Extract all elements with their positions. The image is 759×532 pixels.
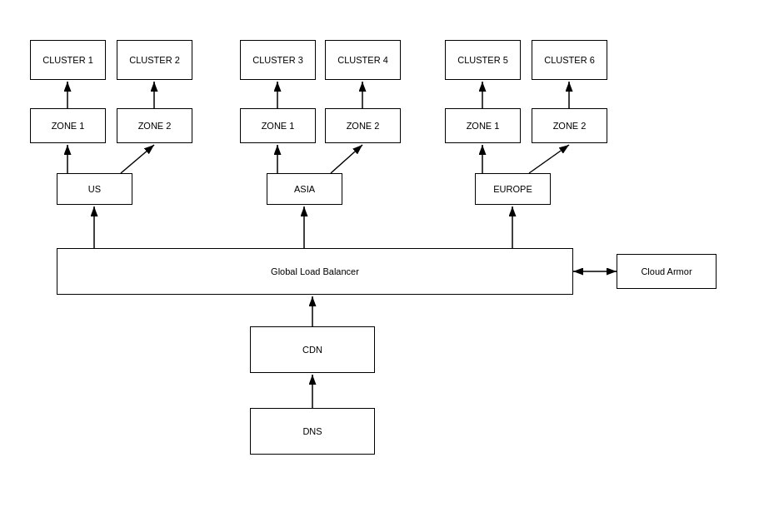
- zone1-us-box: ZONE 1: [30, 108, 106, 143]
- asia-box: ASIA: [267, 173, 342, 205]
- zone2-us-box: ZONE 2: [117, 108, 192, 143]
- us-box: US: [57, 173, 132, 205]
- architecture-diagram: CLUSTER 1 CLUSTER 2 CLUSTER 3 CLUSTER 4 …: [0, 0, 759, 532]
- cloud-armor-box: Cloud Armor: [617, 254, 717, 289]
- cluster4-box: CLUSTER 4: [325, 40, 401, 80]
- cdn-box: CDN: [250, 326, 375, 373]
- svg-line-6: [121, 145, 154, 173]
- zone2-asia-box: ZONE 2: [325, 108, 401, 143]
- zone1-asia-box: ZONE 1: [240, 108, 316, 143]
- europe-box: EUROPE: [475, 173, 551, 205]
- cluster5-box: CLUSTER 5: [445, 40, 521, 80]
- cluster1-box: CLUSTER 1: [30, 40, 106, 80]
- zone2-eu-box: ZONE 2: [532, 108, 607, 143]
- cluster3-box: CLUSTER 3: [240, 40, 316, 80]
- dns-box: DNS: [250, 408, 375, 455]
- svg-line-8: [331, 145, 362, 173]
- glb-box: Global Load Balancer: [57, 248, 573, 295]
- cluster6-box: CLUSTER 6: [532, 40, 607, 80]
- zone1-eu-box: ZONE 1: [445, 108, 521, 143]
- cluster2-box: CLUSTER 2: [117, 40, 192, 80]
- svg-line-10: [529, 145, 569, 173]
